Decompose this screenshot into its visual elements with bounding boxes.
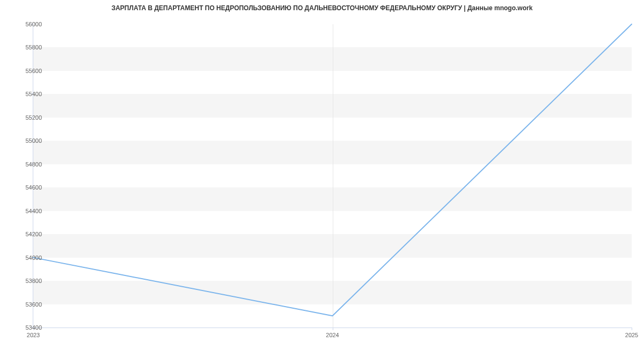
x-tick-label: 2024 (326, 332, 339, 338)
y-tick-label: 55400 (15, 91, 42, 97)
y-tick-label: 53600 (15, 301, 42, 308)
y-tick-label: 55800 (15, 44, 42, 50)
y-tick-label: 54200 (15, 231, 42, 237)
y-tick-label: 54600 (15, 184, 42, 191)
y-tick-label: 54400 (15, 208, 42, 214)
chart-plot-area (33, 24, 632, 328)
x-tick-label: 2025 (625, 332, 638, 338)
x-tick-label: 2023 (27, 332, 40, 338)
y-tick-label: 53800 (15, 278, 42, 284)
line-series (33, 24, 632, 328)
y-tick-label: 55200 (15, 114, 42, 121)
y-tick-label: 54800 (15, 161, 42, 168)
y-tick-label: 54000 (15, 255, 42, 261)
y-tick-label: 55600 (15, 68, 42, 74)
x-tick (632, 328, 632, 330)
y-tick-label: 55000 (15, 137, 42, 144)
y-tick-label: 53400 (15, 324, 42, 331)
chart-title: ЗАРПЛАТА В ДЕПАРТАМЕНТ ПО НЕДРОПОЛЬЗОВАН… (0, 0, 644, 17)
y-tick-label: 56000 (15, 21, 42, 27)
x-tick (333, 328, 333, 330)
